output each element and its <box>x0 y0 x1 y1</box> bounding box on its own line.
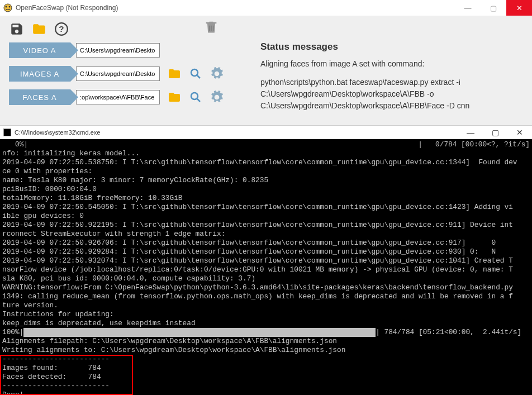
svg-point-2 <box>9 6 11 8</box>
video-a-path[interactable] <box>76 43 160 58</box>
left-panel: VIDEO A IMAGES A FACES A <box>9 41 244 118</box>
svg-line-8 <box>197 99 200 102</box>
main-window: OpenFaceSwap (Not Responding) — ▢ ✕ ? V <box>0 0 532 125</box>
progress-right: | 784/784 [05:21<00:00, 2.44it/s] <box>376 328 521 336</box>
toolbar: ? <box>0 16 532 41</box>
trash-icon[interactable] <box>203 19 219 35</box>
progress-start-right: | 0/784 [00:00<?, ?it/s] <box>418 140 530 149</box>
minimize-button[interactable]: — <box>455 0 481 16</box>
cmd-titlebar: C:\Windows\system32\cmd.exe — ▢ ✕ <box>0 126 532 139</box>
terminal-output: 0%|| 0/784 [00:00<?, ?it/s] nfo: initial… <box>0 139 532 395</box>
status-title: Status messages <box>260 41 523 53</box>
main-titlebar: OpenFaceSwap (Not Responding) — ▢ ✕ <box>0 0 532 16</box>
svg-point-5 <box>191 69 198 76</box>
maximize-button[interactable]: ▢ <box>481 0 506 16</box>
search-icon[interactable] <box>188 89 203 105</box>
help-icon[interactable]: ? <box>54 21 69 37</box>
progress-start: 0%| <box>2 140 28 149</box>
alignments-text: Alignments filepath: C:\Users\wpgdream\D… <box>2 337 345 354</box>
svg-text:?: ? <box>59 24 64 34</box>
window-controls: — ▢ ✕ <box>455 0 532 16</box>
folder-open-icon[interactable] <box>167 89 182 105</box>
images-a-button[interactable]: IMAGES A <box>9 66 70 82</box>
cmd-close-button[interactable]: ✕ <box>507 126 532 139</box>
status-panel: Status messages Aligning faces from imag… <box>244 41 523 118</box>
status-line1: Aligning faces from image A set with com… <box>260 58 523 70</box>
folder-icon[interactable] <box>31 21 47 37</box>
settings-icon[interactable] <box>209 89 225 105</box>
summary-box: ------------------------- Images found: … <box>2 355 110 390</box>
terminal-log: nfo: initializing keras model... 2019-04… <box>2 149 517 327</box>
faces-a-button[interactable]: FACES A <box>9 89 70 105</box>
svg-line-6 <box>197 75 200 78</box>
cmd-minimize-button[interactable]: — <box>458 126 483 139</box>
images-a-path[interactable] <box>76 66 160 81</box>
cmd-title: C:\Windows\system32\cmd.exe <box>15 129 100 136</box>
svg-point-1 <box>6 6 7 8</box>
faces-a-path[interactable] <box>76 90 160 104</box>
app-icon <box>3 3 12 12</box>
title-text: OpenFaceSwap (Not Responding) <box>16 4 118 12</box>
search-icon[interactable] <box>188 66 203 82</box>
settings-icon[interactable] <box>209 66 225 82</box>
close-button[interactable]: ✕ <box>506 0 532 16</box>
folder-open-icon[interactable] <box>167 66 182 82</box>
save-icon[interactable] <box>9 21 25 37</box>
progress-bar <box>23 328 376 337</box>
cmd-window: C:\Windows\system32\cmd.exe — ▢ ✕ 0%|| 0… <box>0 125 532 395</box>
progress-100: 100%| <box>2 328 23 336</box>
video-a-button[interactable]: VIDEO A <box>9 42 70 58</box>
svg-point-7 <box>191 93 198 99</box>
cmd-maximize-button[interactable]: ▢ <box>483 126 507 139</box>
svg-point-0 <box>4 4 12 12</box>
cmd-icon <box>3 129 11 136</box>
done-text: Done! Press any key to continue . . . <box>2 391 140 395</box>
status-line2: python\scripts\python.bat faceswap\faces… <box>260 77 523 112</box>
